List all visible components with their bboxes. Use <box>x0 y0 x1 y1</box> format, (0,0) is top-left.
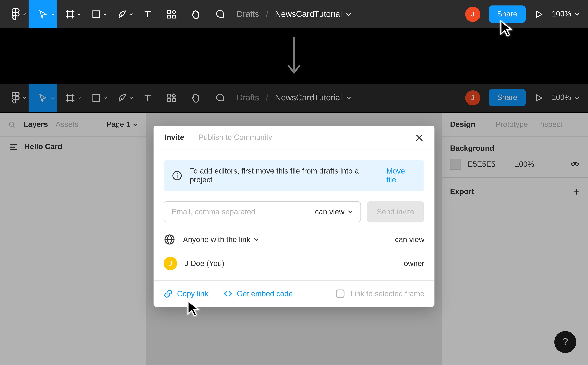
file-name-dropdown[interactable]: NewsCardTutorial <box>275 9 351 19</box>
copy-link-label: Copy link <box>177 289 208 298</box>
file-name-text: NewsCardTutorial <box>275 9 342 19</box>
figma-icon <box>11 8 20 21</box>
zoom-dropdown[interactable]: 100% <box>552 10 580 18</box>
comment-tool-button[interactable] <box>207 0 231 28</box>
link-access-dropdown[interactable]: Anyone with the link <box>183 235 259 244</box>
close-icon[interactable] <box>415 133 423 142</box>
hand-tool-button[interactable] <box>183 0 207 28</box>
info-banner: To add editors, first move this file fro… <box>164 160 424 191</box>
link-permission[interactable]: can view <box>395 235 424 244</box>
drafts-link[interactable]: Drafts <box>237 9 259 19</box>
share-dialog: Invite Publish to Community To add edito… <box>154 126 434 307</box>
before-state: Drafts / NewsCardTutorial J Share 100% <box>0 0 588 84</box>
toolbar-left-group <box>0 0 231 28</box>
user-avatar[interactable]: J <box>465 7 480 22</box>
code-icon <box>223 289 233 298</box>
after-state: Drafts / NewsCardTutorial J Share 100% <box>0 84 588 365</box>
dialog-tabs: Invite Publish to Community <box>154 126 434 150</box>
owner-name: J Doe (You) <box>185 259 224 268</box>
chevron-down-icon <box>254 237 259 242</box>
svg-point-0 <box>15 12 19 16</box>
frame-icon <box>65 9 75 19</box>
svg-rect-10 <box>168 15 171 18</box>
svg-rect-5 <box>93 11 100 18</box>
toolbar-right-group: J Share 100% <box>465 6 588 23</box>
pen-tool-button[interactable] <box>109 0 136 28</box>
present-icon[interactable] <box>534 9 544 19</box>
toolbar-top: Drafts / NewsCardTutorial J Share 100% <box>0 0 588 28</box>
zoom-value: 100% <box>552 10 571 18</box>
info-text: To add editors, first move this file fro… <box>190 167 379 184</box>
dialog-footer: Copy link Get embed code Link to selecte… <box>154 280 434 307</box>
chevron-down-icon <box>51 12 55 16</box>
svg-point-34 <box>177 173 178 174</box>
tab-publish[interactable]: Publish to Community <box>199 133 272 142</box>
svg-rect-11 <box>172 15 175 18</box>
share-button[interactable]: Share <box>489 6 526 23</box>
frame-tool-button[interactable] <box>57 0 83 28</box>
permission-dropdown[interactable]: can view <box>315 207 353 216</box>
figma-menu-button[interactable] <box>0 0 29 28</box>
transition-gap <box>0 28 588 84</box>
chevron-down-icon <box>346 12 351 17</box>
chevron-down-icon <box>78 12 81 16</box>
move-tool-button[interactable] <box>29 0 57 28</box>
chevron-down-icon <box>23 12 26 16</box>
globe-icon <box>164 234 175 245</box>
move-file-link[interactable]: Move file <box>387 167 416 184</box>
shape-tool-button[interactable] <box>83 0 109 28</box>
hand-icon <box>190 9 200 19</box>
copy-link-button[interactable]: Copy link <box>164 289 208 298</box>
chevron-down-icon <box>348 209 353 214</box>
tab-invite[interactable]: Invite <box>164 133 184 142</box>
info-icon <box>172 171 182 181</box>
resources-button[interactable] <box>159 0 183 28</box>
comment-icon <box>214 9 224 19</box>
owner-row: J J Doe (You) owner <box>164 257 424 270</box>
breadcrumb: Drafts / NewsCardTutorial <box>237 0 351 28</box>
embed-code-label: Get embed code <box>237 289 293 298</box>
email-input[interactable]: Email, comma separated can view <box>164 201 361 222</box>
chevron-down-icon <box>104 12 107 16</box>
cursor-icon <box>38 9 48 19</box>
chevron-down-icon <box>130 12 133 16</box>
embed-code-button[interactable]: Get embed code <box>223 289 293 298</box>
link-frame-label: Link to selected frame <box>350 289 424 298</box>
text-icon <box>143 9 152 19</box>
text-tool-button[interactable] <box>136 0 159 28</box>
link-access-label: Anyone with the link <box>183 235 250 244</box>
square-icon <box>92 9 101 19</box>
resources-icon <box>166 9 176 19</box>
permission-value: can view <box>315 207 344 216</box>
owner-role: owner <box>404 259 424 268</box>
email-placeholder: Email, comma separated <box>172 207 255 216</box>
chevron-down-icon <box>574 12 580 17</box>
svg-point-6 <box>121 14 122 15</box>
down-arrow-icon <box>286 35 302 77</box>
link-icon <box>164 289 173 298</box>
pen-icon <box>117 9 128 19</box>
svg-rect-9 <box>168 10 171 13</box>
link-frame-checkbox[interactable] <box>336 289 344 298</box>
breadcrumb-separator: / <box>266 9 268 19</box>
owner-avatar: J <box>164 257 177 270</box>
send-invite-button[interactable]: Send invite <box>367 201 424 222</box>
link-access-row: Anyone with the link can view <box>164 234 424 245</box>
